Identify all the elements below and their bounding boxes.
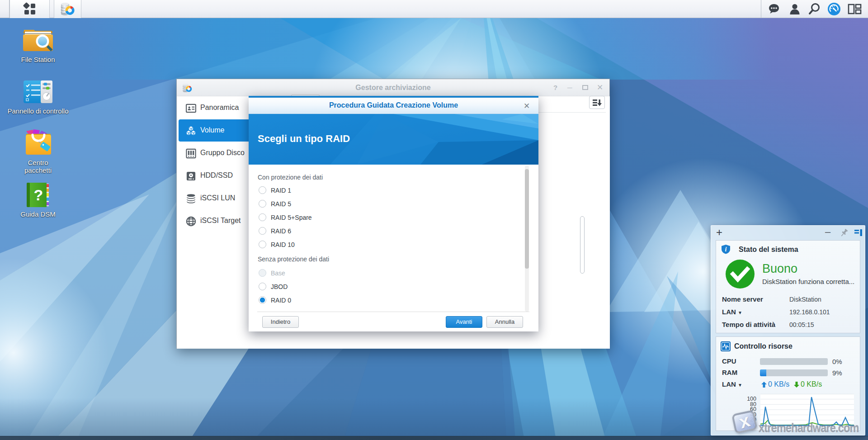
svg-text:?: ? (34, 186, 43, 203)
svg-text:i: i (725, 246, 727, 253)
